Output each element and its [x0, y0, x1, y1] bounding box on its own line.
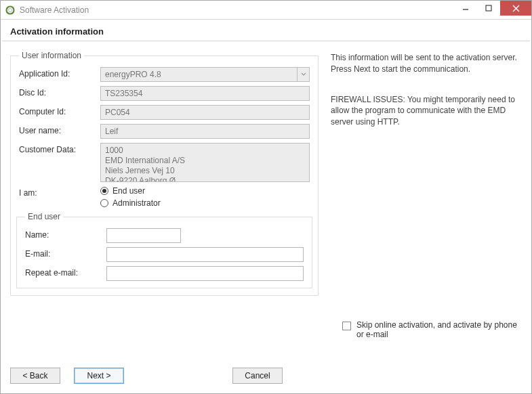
application-id-combo[interactable]: energyPRO 4.8 [100, 67, 310, 82]
radio-end-user-label: End user [112, 186, 145, 196]
radio-end-user[interactable]: End user [100, 186, 310, 196]
application-id-label: Application Id: [19, 67, 100, 79]
maximize-button[interactable] [477, 1, 500, 16]
customer-data-label: Customer Data: [19, 143, 100, 154]
svg-rect-3 [486, 5, 491, 11]
end-user-email-label: E-mail: [25, 247, 106, 259]
info-text-2: FIREWALL ISSUES: You might temporarily n… [331, 94, 522, 128]
radio-administrator[interactable]: Administrator [100, 198, 310, 208]
app-icon [5, 5, 16, 16]
cancel-button[interactable]: Cancel [232, 368, 283, 384]
page-title: Activation information [1, 20, 531, 41]
end-user-name-input[interactable] [106, 228, 181, 243]
chevron-down-icon [298, 67, 310, 82]
svg-point-1 [9, 8, 12, 12]
back-button[interactable]: < Back [10, 368, 60, 384]
skip-online-checkbox[interactable] [342, 322, 351, 330]
user-information-legend: User information [19, 51, 84, 60]
end-user-name-label: Name: [25, 228, 106, 240]
application-id-value: energyPRO 4.8 [100, 67, 298, 82]
user-name-label: User name: [19, 124, 100, 135]
window-title: Software Activation [20, 5, 454, 15]
minimize-button[interactable] [454, 1, 477, 16]
disc-id-label: Disc Id: [19, 86, 100, 97]
end-user-group: End user Name: E-mail: Repeat e-mail: [16, 212, 312, 288]
titlebar: Software Activation [1, 1, 531, 20]
radio-icon [100, 199, 108, 207]
user-information-group: User information Application Id: energyP… [10, 51, 319, 296]
info-text-1: This information will be sent to the act… [331, 52, 522, 75]
end-user-legend: End user [25, 212, 63, 221]
radio-administrator-label: Administrator [112, 198, 161, 208]
computer-id-label: Computer Id: [19, 105, 100, 116]
end-user-email-input[interactable] [106, 247, 304, 262]
i-am-label: I am: [19, 186, 100, 198]
radio-icon [100, 187, 108, 195]
user-name-value: Leif [100, 124, 310, 139]
end-user-repeat-email-label: Repeat e-mail: [25, 266, 106, 278]
customer-data-value: 1000 EMD International A/S Niels Jernes … [100, 143, 310, 182]
next-button[interactable]: Next > [74, 368, 124, 384]
skip-online-label: Skip online activation, and activate by … [356, 320, 520, 339]
computer-id-value: PC054 [100, 105, 310, 120]
close-button[interactable] [500, 1, 531, 16]
disc-id-value: TS235354 [100, 86, 310, 101]
end-user-repeat-email-input[interactable] [106, 266, 304, 281]
